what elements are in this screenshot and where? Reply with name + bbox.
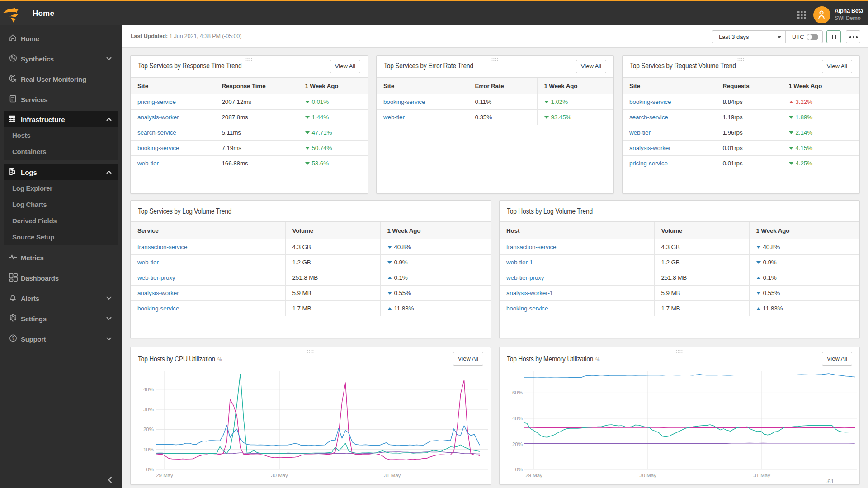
svg-text:30 May: 30 May bbox=[639, 473, 656, 478]
svg-text:60%: 60% bbox=[512, 390, 523, 395]
svg-text:30 May: 30 May bbox=[271, 473, 288, 478]
svg-text:31 May: 31 May bbox=[753, 473, 770, 478]
svg-text:?: ? bbox=[12, 336, 14, 341]
svg-text:31 May: 31 May bbox=[384, 473, 401, 478]
svg-text:29 May: 29 May bbox=[525, 473, 542, 478]
svg-text:40%: 40% bbox=[512, 416, 523, 421]
svg-text:0%: 0% bbox=[146, 467, 154, 472]
svg-text:30%: 30% bbox=[143, 407, 154, 412]
svg-text:29 May: 29 May bbox=[156, 473, 173, 478]
svg-text:0%: 0% bbox=[515, 467, 523, 472]
svg-text:20%: 20% bbox=[143, 427, 154, 432]
svg-text:10%: 10% bbox=[143, 447, 154, 452]
svg-text:20%: 20% bbox=[512, 441, 523, 447]
svg-text:40%: 40% bbox=[143, 387, 154, 392]
